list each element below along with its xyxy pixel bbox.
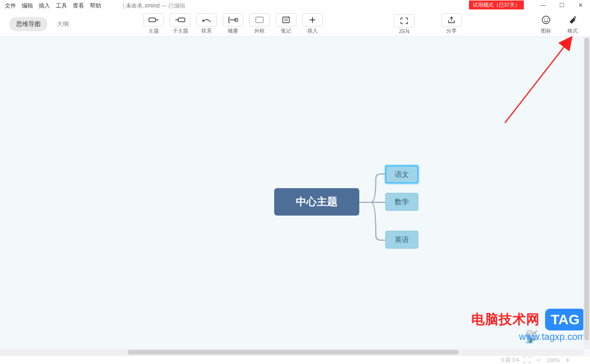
icon-panel-label: 图标 [541, 27, 551, 35]
subtopic-node-1[interactable]: 语文 [385, 165, 418, 183]
watermark-brand: 电脑技术网 [471, 311, 540, 329]
icon-panel-button[interactable]: 图标 [534, 13, 558, 35]
subtopic-icon [170, 13, 191, 26]
share-label: 分享 [446, 27, 457, 35]
topic-label: 主题 [148, 27, 159, 35]
horizontal-scrollbar-thumb[interactable] [128, 350, 459, 355]
toolbar-main-group: 主题 子主题 联系 概要 外框 [142, 13, 324, 35]
menu-insert[interactable]: 插入 [36, 0, 53, 12]
tab-mindmap[interactable]: 思维导图 [9, 17, 47, 31]
watermark-url: www.tagxp.com [471, 331, 585, 342]
svg-rect-6 [256, 17, 263, 23]
document-status: — 已编辑 [161, 2, 185, 9]
menu-view[interactable]: 查看 [70, 0, 87, 12]
menu-edit[interactable]: 编辑 [19, 0, 36, 12]
toolbar-right-group: 图标 格式 [534, 13, 584, 35]
insert-icon [302, 13, 323, 26]
toolbar-share-group: 分享 [440, 13, 463, 35]
boundary-button[interactable]: 外框 [248, 13, 271, 35]
topic-button[interactable]: 主题 [142, 13, 165, 35]
tab-outline[interactable]: 大纲 [50, 17, 76, 31]
status-topic-count: 主题 1/4 [500, 356, 519, 364]
insert-label: 插入 [307, 27, 318, 35]
view-tabs: 思维导图 大纲 [9, 17, 76, 31]
title-bar: 文件 编辑 插入 工具 查看 帮助 | 未命名.xmind — 已编辑 试用模式… [0, 0, 590, 11]
window-controls: — ☐ ✕ [533, 0, 590, 10]
zen-icon [394, 14, 415, 27]
format-panel-label: 格式 [567, 27, 578, 35]
subtopic-label: 子主题 [173, 27, 188, 35]
status-zoom[interactable]: 100% [547, 357, 560, 363]
boundary-icon [249, 13, 270, 26]
document-title: | 未命名.xmind — 已编辑 [123, 2, 185, 10]
topic-icon [143, 13, 164, 26]
subtopic-button[interactable]: 子主题 [168, 13, 192, 35]
svg-point-12 [542, 16, 550, 24]
horizontal-scrollbar[interactable] [0, 349, 583, 355]
note-button[interactable]: 笔记 [274, 13, 298, 35]
svg-rect-3 [178, 18, 185, 22]
smiley-icon [536, 13, 556, 26]
fit-view-icon[interactable]: ⛶ [524, 357, 530, 364]
menu-file[interactable]: 文件 [2, 0, 19, 12]
note-label: 笔记 [281, 27, 291, 35]
relationship-label: 联系 [201, 27, 212, 35]
zen-label: ZEN [399, 28, 409, 34]
toolbar-zen-group: ZEN [392, 14, 416, 34]
status-bar: 主题 1/4 ⛶ − 100% + [0, 355, 590, 364]
toolbar: 思维导图 大纲 主题 子主题 联系 概要 [0, 11, 590, 37]
window-close-button[interactable]: ✕ [571, 0, 590, 10]
insert-button[interactable]: 插入 [301, 13, 324, 35]
subtopic-node-3[interactable]: 英语 [385, 231, 418, 249]
menu-tools[interactable]: 工具 [53, 0, 70, 12]
zoom-in-icon[interactable]: + [564, 357, 571, 364]
canvas[interactable]: 中心主题 语文 数学 英语 📡 电脑技术网 TAG www.tagxp.com [0, 37, 590, 355]
watermark-tag: TAG [545, 309, 585, 330]
zoom-out-icon[interactable]: − [535, 357, 542, 364]
svg-point-13 [544, 18, 545, 19]
share-icon [441, 13, 462, 26]
share-button[interactable]: 分享 [440, 13, 463, 35]
document-filename: 未命名.xmind [126, 2, 159, 9]
format-panel-button[interactable]: 格式 [561, 13, 584, 35]
svg-rect-7 [283, 17, 289, 23]
vertical-scrollbar[interactable] [583, 37, 590, 349]
format-icon [562, 13, 583, 26]
zen-button[interactable]: ZEN [392, 14, 416, 34]
boundary-label: 外框 [254, 27, 265, 35]
central-topic[interactable]: 中心主题 [274, 188, 359, 216]
subtopic-node-2[interactable]: 数学 [385, 193, 418, 211]
trial-mode-badge[interactable]: 试用模式（已37天） [469, 0, 524, 9]
summary-label: 概要 [228, 27, 238, 35]
window-minimize-button[interactable]: — [533, 0, 552, 10]
summary-button[interactable]: 概要 [221, 13, 245, 35]
svg-rect-0 [149, 18, 156, 22]
svg-point-14 [547, 18, 548, 19]
note-icon [276, 13, 296, 26]
menu-bar: 文件 编辑 插入 工具 查看 帮助 [0, 0, 104, 12]
watermark: 电脑技术网 TAG www.tagxp.com [471, 309, 585, 342]
menu-help[interactable]: 帮助 [87, 0, 104, 12]
relationship-button[interactable]: 联系 [195, 13, 218, 35]
relationship-icon [196, 13, 217, 26]
summary-icon [223, 13, 243, 26]
window-maximize-button[interactable]: ☐ [552, 0, 571, 10]
vertical-scrollbar-thumb[interactable] [584, 38, 589, 340]
